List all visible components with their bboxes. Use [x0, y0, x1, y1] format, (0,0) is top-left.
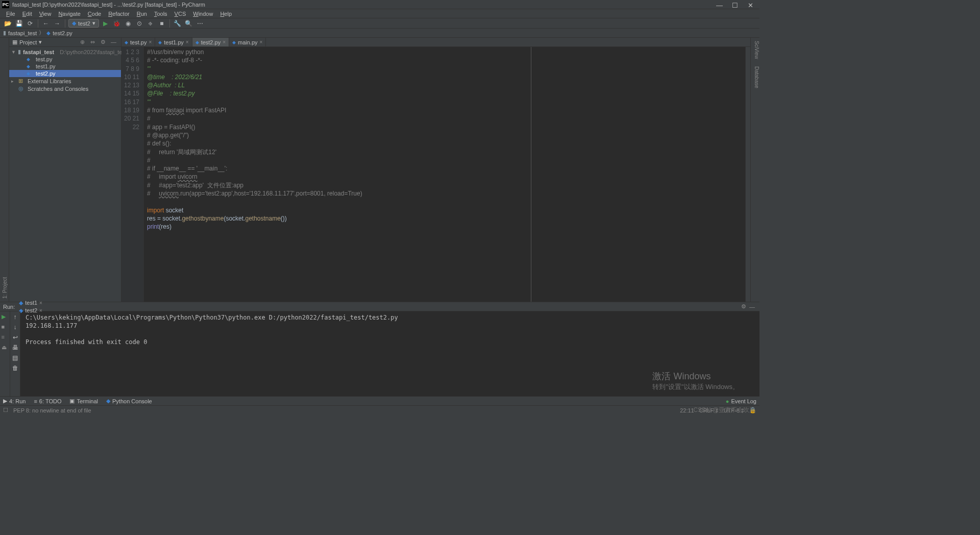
- close-icon[interactable]: ×: [223, 39, 226, 45]
- settings-icon[interactable]: 🔧: [173, 19, 182, 28]
- project-root[interactable]: ▼ ▮ fastapi_test D:\python2022\fastapi_t…: [9, 48, 121, 56]
- open-button[interactable]: 📂: [3, 19, 12, 28]
- eventlog-icon: ●: [726, 398, 729, 404]
- cursor-position[interactable]: 22:11: [680, 407, 694, 414]
- database-tab[interactable]: Database: [753, 63, 760, 91]
- caret-down-icon: ▼: [11, 50, 16, 55]
- scratches[interactable]: ◎ Scratches and Consoles: [9, 85, 121, 92]
- lock-icon[interactable]: 🔒: [749, 407, 756, 414]
- up-button[interactable]: ↑: [14, 313, 17, 321]
- hide-icon[interactable]: —: [111, 39, 118, 46]
- close-icon[interactable]: ×: [186, 39, 189, 45]
- back-button[interactable]: ←: [41, 19, 51, 28]
- breadcrumb-file[interactable]: test2.py: [53, 30, 72, 36]
- filter-button[interactable]: ▤: [12, 354, 18, 361]
- debug-button[interactable]: 🐞: [112, 19, 121, 28]
- pause-button[interactable]: ≡: [2, 334, 9, 341]
- left-tool-strip: 1: Project 7: Structure 2: Favorites: [0, 38, 9, 302]
- close-icon[interactable]: ×: [39, 300, 42, 306]
- down-button[interactable]: ↓: [14, 324, 17, 331]
- tab-label: test1.py: [164, 39, 184, 45]
- editor-tabs: ◆test.py×◆test1.py×◆test2.py×◆main.py×: [121, 38, 750, 47]
- editor-scrollbar[interactable]: [745, 47, 750, 302]
- stop-button[interactable]: ■: [157, 19, 166, 28]
- file-test-py[interactable]: ◆test.py: [9, 56, 121, 63]
- menu-vcs[interactable]: VCS: [172, 10, 189, 17]
- dropdown-icon: ▾: [92, 20, 95, 27]
- python-console-tab[interactable]: ◆Python Console: [106, 398, 152, 404]
- external-libraries[interactable]: ▸ ⊞ External Libraries: [9, 77, 121, 85]
- run-tab-test1[interactable]: ◆test1×: [16, 299, 45, 307]
- menu-view[interactable]: View: [36, 10, 55, 17]
- run-config-selector[interactable]: ◆ test2 ▾: [68, 19, 99, 28]
- python-file-icon: ◆: [125, 40, 128, 45]
- sciview-tab[interactable]: SciView: [753, 38, 760, 62]
- event-log-tab[interactable]: ●Event Log: [726, 398, 756, 404]
- project-tab[interactable]: 1: Project: [1, 38, 9, 302]
- forward-button[interactable]: →: [53, 19, 62, 28]
- file-label: test1.py: [36, 63, 56, 69]
- menu-tools[interactable]: Tools: [151, 10, 170, 17]
- tab-test1-py[interactable]: ◆test1.py×: [155, 38, 192, 46]
- profile-button[interactable]: ⊙: [135, 19, 144, 28]
- close-icon[interactable]: ×: [260, 39, 263, 45]
- tab-test-py[interactable]: ◆test.py×: [121, 38, 155, 46]
- menu-navigate[interactable]: Navigate: [55, 10, 83, 17]
- tab-label: test.py: [130, 39, 146, 45]
- rerun-button[interactable]: ▶: [2, 313, 9, 321]
- file-test2-py[interactable]: ◆test2.py: [9, 70, 121, 77]
- folder-icon: ▮: [18, 48, 21, 55]
- menu-edit[interactable]: Edit: [19, 10, 35, 17]
- hide-icon[interactable]: —: [749, 304, 756, 310]
- root-name: fastapi_test: [23, 49, 54, 55]
- more-icon[interactable]: ⋯: [195, 19, 205, 28]
- breadcrumb-folder[interactable]: fastapi_test: [8, 30, 37, 36]
- menu-code[interactable]: Code: [85, 10, 104, 17]
- editor-area: ◆test.py×◆test1.py×◆test2.py×◆main.py× 1…: [121, 38, 750, 302]
- terminal-tool-tab[interactable]: ▣Terminal: [69, 398, 98, 404]
- status-message: PEP 8: no newline at end of file: [13, 407, 91, 414]
- gear-icon[interactable]: ⚙: [741, 303, 748, 310]
- window-title: fastapi_test [D:\python2022\fastapi_test…: [12, 2, 716, 8]
- tab-main-py[interactable]: ◆main.py×: [229, 38, 266, 46]
- wrap-button[interactable]: ↩: [13, 334, 18, 341]
- python-file-icon: ◆: [27, 71, 34, 76]
- python-file-icon: ◆: [232, 40, 236, 45]
- encoding[interactable]: UTF-8 ‡: [724, 407, 744, 414]
- project-tree-title[interactable]: ▦ Project ▾: [12, 39, 77, 45]
- menu-file[interactable]: File: [3, 10, 18, 17]
- run-output[interactable]: C:\Users\keking\AppData\Local\Programs\P…: [20, 311, 760, 396]
- locate-icon[interactable]: ⊕: [80, 39, 87, 46]
- search-icon[interactable]: 🔍: [184, 19, 193, 28]
- menu-run[interactable]: Run: [134, 10, 150, 17]
- save-button[interactable]: 💾: [14, 19, 23, 28]
- menu-refactor[interactable]: Refactor: [105, 10, 133, 17]
- maximize-button[interactable]: ☐: [732, 2, 738, 7]
- coverage-button[interactable]: ◉: [124, 19, 133, 28]
- delete-button[interactable]: 🗑: [12, 364, 18, 372]
- bottom-tool-tabs: ▶4: Run ≡6: TODO ▣Terminal ◆Python Conso…: [0, 396, 760, 405]
- attach-button[interactable]: ⎆: [146, 19, 155, 28]
- run-tool-tab[interactable]: ▶4: Run: [3, 398, 26, 404]
- refresh-button[interactable]: ⟳: [26, 19, 35, 28]
- run-config-label: test2: [78, 20, 90, 27]
- todo-tool-tab[interactable]: ≡6: TODO: [34, 398, 61, 404]
- file-test1-py[interactable]: ◆test1.py: [9, 63, 121, 70]
- stop-button[interactable]: ■: [2, 324, 9, 331]
- separator: [65, 19, 65, 28]
- terminal-icon: ▣: [69, 398, 75, 404]
- minimize-button[interactable]: —: [716, 2, 722, 7]
- close-button[interactable]: ✕: [748, 2, 753, 7]
- print-button[interactable]: 🖶: [12, 344, 18, 351]
- menu-window[interactable]: Window: [190, 10, 216, 17]
- exit-button[interactable]: ⏏: [2, 344, 9, 351]
- structure-tab[interactable]: 7: Structure: [0, 269, 1, 302]
- close-icon[interactable]: ×: [149, 39, 152, 45]
- menu-help[interactable]: Help: [217, 10, 235, 17]
- collapse-icon[interactable]: ⇔: [90, 39, 97, 46]
- line-ending[interactable]: CRLF ‡: [699, 407, 719, 414]
- code-area[interactable]: #!/usr/bin/env python # -*- coding: utf-…: [144, 47, 531, 302]
- gear-icon[interactable]: ⚙: [101, 39, 108, 46]
- run-button[interactable]: ▶: [101, 19, 110, 28]
- tab-test2-py[interactable]: ◆test2.py×: [192, 38, 229, 46]
